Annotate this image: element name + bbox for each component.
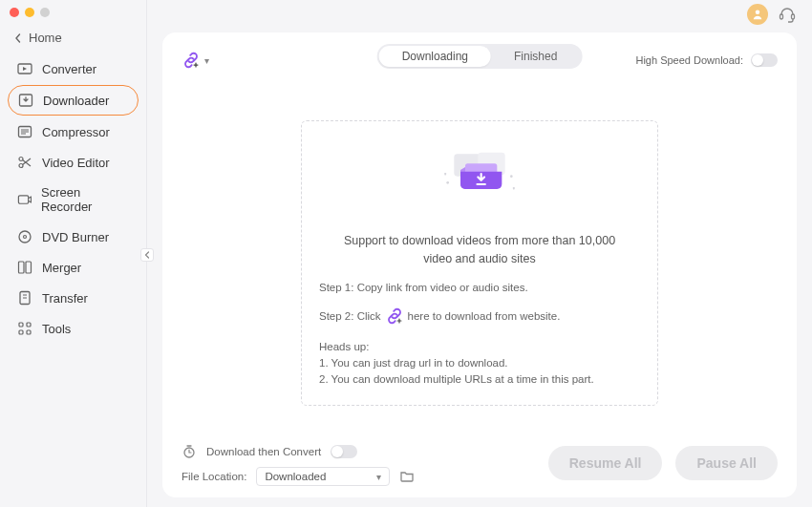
close-window-icon[interactable]: [10, 8, 19, 17]
high-speed-toggle[interactable]: [751, 53, 778, 67]
location-select[interactable]: Downloaded ▾: [256, 467, 390, 486]
step-2: Step 2: Click here to download from webs…: [319, 306, 640, 326]
topbar: [147, 0, 812, 29]
sidebar-item-transfer[interactable]: Transfer: [8, 284, 139, 312]
sidebar-item-screen-recorder[interactable]: Screen Recorder: [8, 179, 139, 221]
paste-link-button[interactable]: ▾: [182, 51, 209, 70]
convert-label: Download then Convert: [206, 446, 321, 457]
nav-list: Converter Downloader Compressor Video Ed…: [0, 54, 146, 343]
heads-up-line-1: 1. You can just drag url in to download.: [319, 355, 640, 371]
sidebar: Home Converter Downloader Compressor Vid…: [0, 0, 147, 507]
main-area: ▾ High Speed Download: Downloading Finis…: [147, 0, 812, 507]
heads-up-title: Heads up:: [319, 339, 640, 355]
drop-area[interactable]: Support to download videos from more tha…: [301, 120, 658, 406]
converter-icon: [17, 61, 32, 76]
svg-rect-8: [19, 262, 25, 273]
location-value: Downloaded: [265, 471, 326, 482]
disc-icon: [17, 229, 32, 244]
resume-all-button[interactable]: Resume All: [548, 446, 663, 480]
svg-point-7: [24, 236, 27, 239]
step-2-suffix: here to download from website.: [408, 310, 561, 322]
sidebar-item-compressor[interactable]: Compressor: [8, 117, 139, 146]
sidebar-item-video-editor[interactable]: Video Editor: [8, 148, 139, 177]
merger-icon: [17, 260, 32, 275]
location-label: File Location:: [182, 471, 246, 482]
sidebar-item-label: Transfer: [42, 291, 88, 306]
sidebar-item-label: Converter: [42, 62, 96, 76]
sidebar-item-label: Screen Recorder: [41, 185, 129, 214]
open-folder-icon[interactable]: [399, 469, 415, 484]
convert-toggle[interactable]: [331, 445, 357, 458]
content-card: ▾ High Speed Download: Downloading Finis…: [162, 32, 797, 497]
pause-all-button[interactable]: Pause All: [675, 446, 778, 480]
sidebar-item-label: Tools: [42, 322, 71, 336]
svg-rect-5: [18, 195, 28, 202]
sidebar-item-label: Merger: [42, 261, 81, 275]
screen-recorder-icon: [17, 192, 32, 207]
minimize-window-icon[interactable]: [25, 8, 34, 17]
svg-rect-11: [19, 323, 23, 327]
user-icon: [751, 8, 764, 21]
timer-icon: [182, 444, 197, 459]
segmented-tabs: Downloading Finished: [377, 44, 583, 69]
tools-icon: [17, 321, 32, 336]
sidebar-item-label: Video Editor: [42, 156, 110, 170]
step-2-prefix: Step 2: Click: [319, 310, 381, 322]
footer-buttons: Resume All Pause All: [548, 446, 778, 480]
tab-finished[interactable]: Finished: [491, 46, 580, 67]
sidebar-item-downloader[interactable]: Downloader: [8, 85, 139, 116]
transfer-icon: [17, 290, 32, 306]
sidebar-item-converter[interactable]: Converter: [8, 54, 139, 83]
sidebar-item-label: DVD Burner: [42, 230, 109, 244]
avatar[interactable]: [747, 4, 768, 25]
scissors-icon: [17, 155, 32, 170]
chevron-down-icon: ▾: [376, 472, 381, 482]
link-plus-icon[interactable]: [385, 306, 404, 326]
svg-point-6: [19, 231, 31, 243]
heads-up-line-2: 2. You can download multiple URLs at a t…: [319, 371, 640, 388]
drop-title: Support to download videos from more tha…: [319, 232, 640, 282]
high-speed-label: High Speed Download:: [635, 54, 743, 66]
chevron-left-icon: [13, 33, 23, 43]
svg-point-22: [446, 181, 449, 184]
sidebar-item-merger[interactable]: Merger: [8, 253, 139, 282]
tab-downloading[interactable]: Downloading: [379, 46, 491, 67]
svg-rect-9: [26, 262, 32, 273]
sidebar-item-dvd-burner[interactable]: DVD Burner: [8, 222, 139, 251]
maximize-window-icon[interactable]: [40, 8, 50, 17]
heads-up: Heads up: 1. You can just drag url in to…: [319, 339, 640, 389]
home-label: Home: [29, 31, 62, 45]
svg-rect-12: [27, 323, 31, 327]
downloader-icon: [18, 93, 33, 108]
sidebar-item-label: Downloader: [43, 94, 109, 108]
home-button[interactable]: Home: [0, 25, 146, 54]
chevron-down-icon: ▾: [204, 55, 209, 66]
sidebar-item-tools[interactable]: Tools: [8, 314, 139, 343]
steps: Step 1: Copy link from video or audio si…: [319, 282, 640, 326]
compressor-icon: [17, 124, 32, 139]
link-plus-icon: [182, 51, 201, 70]
svg-rect-13: [19, 330, 23, 334]
download-illustration: [319, 144, 640, 215]
sidebar-item-label: Compressor: [42, 125, 110, 139]
step-1: Step 1: Copy link from video or audio si…: [319, 282, 640, 293]
svg-rect-14: [27, 330, 31, 334]
svg-point-15: [756, 11, 760, 15]
window-controls: [0, 0, 146, 25]
high-speed-download: High Speed Download:: [635, 53, 778, 67]
headset-icon[interactable]: [778, 5, 797, 24]
svg-point-23: [510, 175, 513, 178]
